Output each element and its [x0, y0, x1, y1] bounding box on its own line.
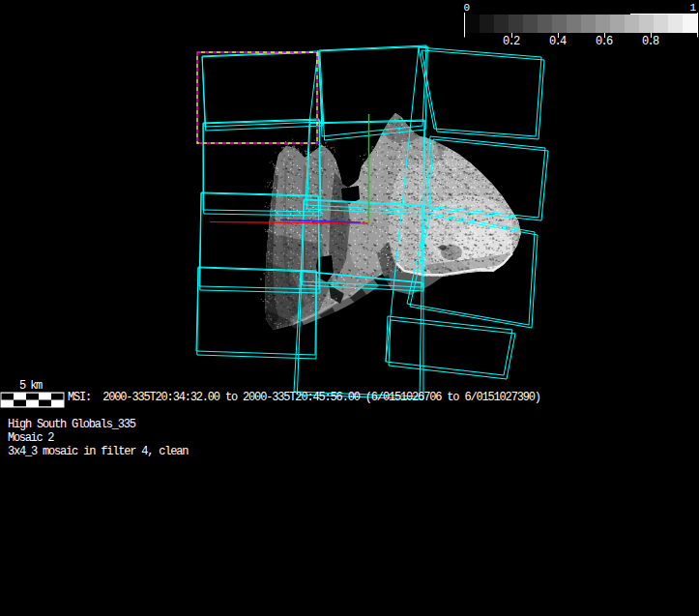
svg-text:0: 0 [464, 2, 471, 14]
svg-text:High South Globals_335: High South Globals_335 [8, 418, 136, 431]
svg-text:0.2: 0.2 [503, 35, 520, 48]
svg-text:Mosaic 2: Mosaic 2 [8, 431, 54, 445]
svg-text:5 km: 5 km [19, 379, 43, 393]
svg-text:3x4_3 mosaic in filter 4, clea: 3x4_3 mosaic in filter 4, clean [8, 445, 189, 458]
svg-text:0.8: 0.8 [642, 35, 659, 48]
svg-text:0.6: 0.6 [596, 35, 613, 48]
svg-text:MSI: 2000-335T20:34:32.00 to: MSI: 2000-335T20:34:32.00 to 2000-335T20… [68, 391, 541, 404]
svg-text:0.4: 0.4 [549, 35, 567, 48]
svg-text:1: 1 [690, 2, 697, 14]
